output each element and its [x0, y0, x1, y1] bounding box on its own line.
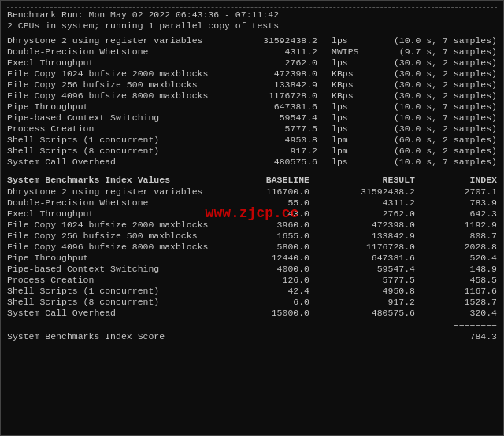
bench-value: 647381.6 [223, 102, 317, 112]
bench-unit: KBps [328, 79, 376, 90]
index-row-baseline: 43.0 [246, 209, 309, 219]
index-row-index: 320.4 [450, 308, 497, 318]
header-line1: Benchmark Run: Mon May 02 2022 06:43:36 … [7, 9, 497, 20]
bench-row: System Call Overhead 480575.6 lps (10.0 … [7, 157, 497, 167]
index-row: Pipe-based Context Switching 4000.0 5954… [7, 264, 497, 274]
bench-unit: lpm [328, 135, 376, 145]
bench-timing: (10.0 s, 7 samples) [387, 102, 497, 112]
bench-unit: lps [328, 35, 376, 46]
bench-timing: (60.0 s, 2 samples) [387, 146, 497, 156]
index-row-index: 1192.9 [450, 220, 497, 230]
bench-value: 31592438.2 [223, 35, 317, 46]
bench-unit: lps [328, 157, 376, 167]
index-row-result: 4950.8 [344, 286, 415, 296]
index-row-baseline: 4000.0 [246, 264, 309, 274]
index-row: Pipe Throughput 12440.0 647381.6 520.4 [7, 253, 497, 263]
bench-label: Pipe-based Context Switching [7, 113, 212, 123]
bottom-separator [7, 345, 497, 345]
header-line2: 2 CPUs in system; running 1 parallel cop… [7, 20, 497, 31]
bench-row: File Copy 4096 bufsize 8000 maxblocks 11… [7, 91, 497, 101]
index-row-result: 480575.6 [344, 308, 415, 318]
score-value: 784.3 [469, 331, 497, 342]
index-col-result: RESULT [344, 175, 415, 185]
bench-row: File Copy 1024 bufsize 2000 maxblocks 47… [7, 68, 497, 79]
index-row-index: 1528.7 [450, 297, 497, 307]
index-col-label: System Benchmarks Index Values [7, 175, 212, 185]
index-row-index: 1167.6 [450, 286, 497, 296]
index-row-label: Dhrystone 2 using register variables [7, 187, 212, 197]
index-row-result: 917.2 [344, 297, 415, 307]
bench-row: Pipe-based Context Switching 59547.4 lps… [7, 113, 497, 123]
index-row-baseline: 5800.0 [246, 242, 309, 252]
index-row-result: 647381.6 [344, 253, 415, 263]
bench-row: Shell Scripts (1 concurrent) 4950.8 lpm … [7, 135, 497, 145]
index-row-result: 133842.9 [344, 231, 415, 241]
index-row-label: Double-Precision Whetstone [7, 198, 212, 208]
index-row-label: File Copy 4096 bufsize 8000 maxblocks [7, 242, 212, 252]
bench-value: 133842.9 [223, 79, 317, 90]
bench-unit: lpm [328, 146, 376, 156]
index-row: Dhrystone 2 using register variables 116… [7, 187, 497, 197]
index-row: System Call Overhead 15000.0 480575.6 32… [7, 308, 497, 318]
score-label: System Benchmarks Index Score [7, 331, 165, 342]
index-header-row: System Benchmarks Index Values BASELINE … [7, 175, 497, 185]
benchmark-container: Benchmark Run: Mon May 02 2022 06:43:36 … [0, 0, 504, 436]
bench-timing: (30.0 s, 2 samples) [387, 57, 497, 68]
bench-unit: lps [328, 102, 376, 112]
bench-timing: (30.0 s, 2 samples) [387, 79, 497, 90]
bench-value: 4311.2 [223, 46, 317, 57]
benchmark-section: Dhrystone 2 using register variables 315… [7, 35, 497, 167]
bench-label: Process Creation [7, 124, 212, 134]
index-row-label: Process Creation [7, 275, 212, 285]
index-row-result: 4311.2 [344, 198, 415, 208]
index-row-result: 59547.4 [344, 264, 415, 274]
bench-label: Double-Precision Whetstone [7, 46, 212, 57]
bench-label: Dhrystone 2 using register variables [7, 35, 212, 46]
index-row-result: 2762.0 [344, 209, 415, 219]
index-row: File Copy 4096 bufsize 8000 maxblocks 58… [7, 242, 497, 252]
index-row-index: 2707.1 [450, 187, 497, 197]
bench-timing: (30.0 s, 2 samples) [387, 68, 497, 79]
bench-unit: lps [328, 124, 376, 134]
index-row-index: 642.3 [450, 209, 497, 219]
bench-unit: lps [328, 113, 376, 123]
equals-line: ======== [7, 320, 497, 330]
index-row: Shell Scripts (8 concurrent) 6.0 917.2 1… [7, 297, 497, 307]
bench-timing: (60.0 s, 2 samples) [387, 135, 497, 145]
index-row-baseline: 116700.0 [246, 187, 309, 197]
index-row-result: 1176728.0 [344, 242, 415, 252]
bench-timing: (10.0 s, 7 samples) [387, 35, 497, 46]
index-row-label: Shell Scripts (8 concurrent) [7, 297, 212, 307]
index-row-label: File Copy 256 bufsize 500 maxblocks [7, 231, 212, 241]
index-row-baseline: 126.0 [246, 275, 309, 285]
index-section: System Benchmarks Index Values BASELINE … [7, 175, 497, 318]
index-col-index: INDEX [450, 175, 497, 185]
index-row-index: 148.9 [450, 264, 497, 274]
bench-unit: MWIPS [328, 46, 376, 57]
bench-unit: KBps [328, 91, 376, 101]
index-row-label: File Copy 1024 bufsize 2000 maxblocks [7, 220, 212, 230]
bench-value: 480575.6 [223, 157, 317, 167]
bench-label: File Copy 1024 bufsize 2000 maxblocks [7, 68, 212, 79]
bench-timing: (30.0 s, 2 samples) [387, 91, 497, 101]
index-row-label: Shell Scripts (1 concurrent) [7, 286, 212, 296]
index-row-label: System Call Overhead [7, 308, 212, 318]
bench-label: Shell Scripts (8 concurrent) [7, 146, 212, 156]
bench-timing: (9.7 s, 7 samples) [387, 46, 497, 57]
index-row-index: 783.9 [450, 198, 497, 208]
bench-row: Process Creation 5777.5 lps (30.0 s, 2 s… [7, 124, 497, 134]
bench-value: 4950.8 [223, 135, 317, 145]
bench-row: Shell Scripts (8 concurrent) 917.2 lpm (… [7, 146, 497, 156]
index-row-index: 458.5 [450, 275, 497, 285]
index-row-label: Pipe-based Context Switching [7, 264, 212, 274]
index-row-baseline: 12440.0 [246, 253, 309, 263]
index-row: File Copy 1024 bufsize 2000 maxblocks 39… [7, 220, 497, 230]
bench-timing: (30.0 s, 2 samples) [387, 124, 497, 134]
bench-timing: (10.0 s, 7 samples) [387, 157, 497, 167]
index-row-index: 520.4 [450, 253, 497, 263]
bench-value: 1176728.0 [223, 91, 317, 101]
bench-row: File Copy 256 bufsize 500 maxblocks 1338… [7, 79, 497, 90]
index-row-result: 472398.0 [344, 220, 415, 230]
bench-unit: lps [328, 57, 376, 68]
index-row-baseline: 15000.0 [246, 308, 309, 318]
